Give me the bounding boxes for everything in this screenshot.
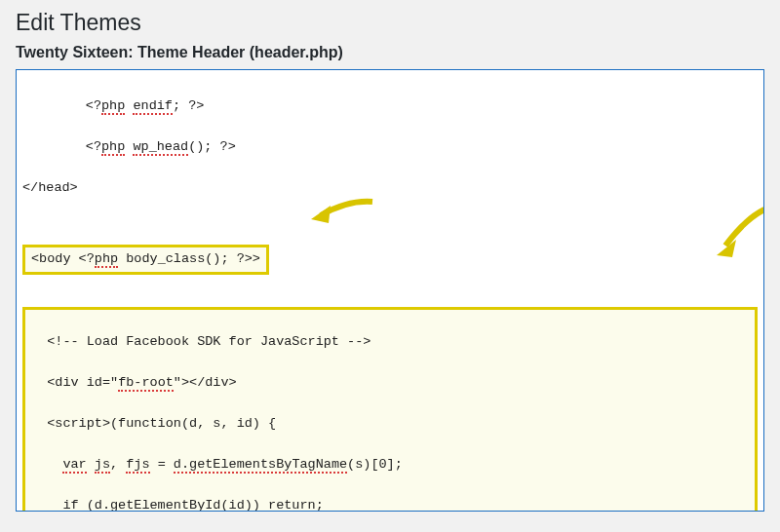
code-line: <?php wp_head(); ?> <box>22 137 758 158</box>
highlighted-body-tag: <body <?php body_class(); ?>> <box>22 245 269 275</box>
svg-marker-0 <box>311 206 331 223</box>
highlighted-facebook-sdk-block: <!-- Load Facebook SDK for JavaScript --… <box>22 307 758 512</box>
arrow-annotation-icon <box>309 153 377 253</box>
code-line: </head> <box>22 178 758 199</box>
svg-marker-1 <box>717 240 736 257</box>
code-line: <?php endif; ?> <box>22 96 758 117</box>
file-subtitle: Twenty Sixteen: Theme Header (header.php… <box>16 44 764 61</box>
page-title: Edit Themes <box>16 10 764 36</box>
theme-editor-textarea[interactable]: <?php endif; ?> <?php wp_head(); ?> </he… <box>16 69 764 512</box>
